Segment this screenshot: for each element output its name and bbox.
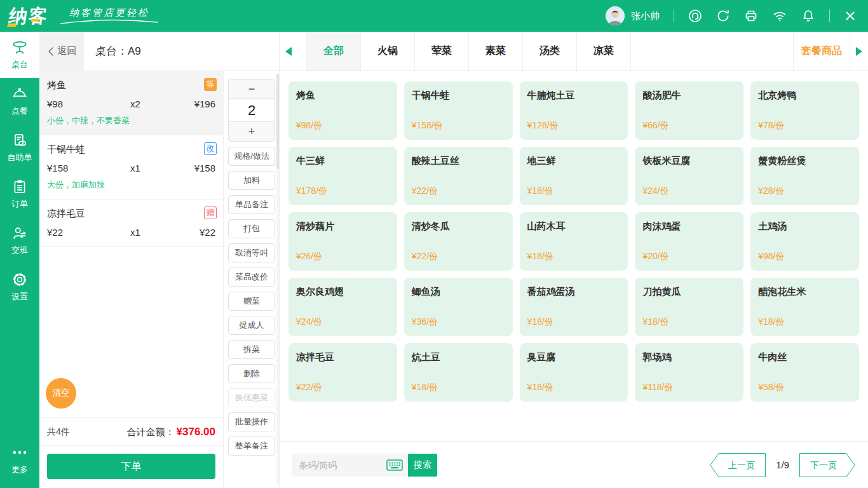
menu-item-card[interactable]: 山药木耳 ¥18/份 xyxy=(520,212,628,271)
action-button[interactable]: 加料 xyxy=(228,171,275,190)
action-button[interactable]: 删除 xyxy=(228,364,275,383)
qty-plus-button[interactable]: + xyxy=(229,122,275,141)
sidebar-item-orders[interactable]: 订单 xyxy=(0,171,39,217)
printer-icon[interactable] xyxy=(744,9,758,23)
order-item-qty: x1 xyxy=(130,227,170,238)
menu-item-card[interactable]: 奥尔良鸡翅 ¥24/份 xyxy=(288,278,397,336)
menu-item-name: 地三鲜 xyxy=(527,155,621,167)
action-button[interactable]: 提成人 xyxy=(228,316,275,335)
submit-row: 下单 xyxy=(39,445,223,488)
scrollbar[interactable] xyxy=(276,74,279,485)
sidebar-item-more[interactable]: 更多 xyxy=(0,437,39,483)
menu-item-card[interactable]: 清炒冬瓜 ¥22/份 xyxy=(404,212,513,271)
search-button[interactable]: 搜索 xyxy=(408,454,437,477)
menu-item-price: ¥24/份 xyxy=(642,186,736,197)
menu-item-name: 臭豆腐 xyxy=(527,351,621,363)
menu-item-name: 山药木耳 xyxy=(527,220,621,233)
close-icon[interactable] xyxy=(844,10,857,22)
sidebar-item-settings[interactable]: 设置 xyxy=(0,264,39,310)
topbar-right: 张小帅 xyxy=(606,6,857,25)
menu-item-card[interactable]: 炕土豆 ¥18/份 xyxy=(404,343,513,402)
menu-item-card[interactable]: 郭场鸡 ¥118/份 xyxy=(635,343,743,402)
action-button[interactable]: 单品备注 xyxy=(228,195,275,214)
order-list-icon xyxy=(11,179,28,195)
menu-item-card[interactable]: 凉拌毛豆 ¥22/份 xyxy=(288,343,397,402)
action-button[interactable]: 换优惠菜 xyxy=(228,388,275,407)
action-button[interactable]: 整单备注 xyxy=(228,437,275,456)
action-button[interactable]: 拆菜 xyxy=(228,340,275,359)
wifi-icon[interactable] xyxy=(772,9,787,23)
combo-products-tab[interactable]: 套餐商品 xyxy=(793,32,850,71)
order-item-badge: 等 xyxy=(204,78,217,91)
sidebar-item-self-order[interactable]: 自助单 xyxy=(0,125,39,171)
back-button[interactable]: 返回 xyxy=(39,32,84,71)
menu-item-card[interactable]: 烤鱼 ¥98/份 xyxy=(288,81,397,140)
menu-item-price: ¥18/份 xyxy=(527,316,621,328)
prev-page-button[interactable]: 上一页 xyxy=(710,453,766,477)
page-indicator: 1/9 xyxy=(776,459,789,470)
table-title: 桌台：A9 xyxy=(95,44,141,58)
action-button[interactable]: 打包 xyxy=(228,219,275,238)
menu-item-card[interactable]: 牛肉丝 ¥58/份 xyxy=(750,343,859,402)
menu-item-price: ¥20/份 xyxy=(642,251,736,262)
order-item-qty: x2 xyxy=(130,98,170,109)
tabs-scroll-left-button[interactable] xyxy=(280,32,297,71)
sidebar-item-shift[interactable]: 交班 xyxy=(0,217,39,264)
menu-item-card[interactable]: 醋泡花生米 ¥18/份 xyxy=(750,278,859,336)
action-button[interactable]: 批量操作 xyxy=(228,412,275,431)
scrollbar-thumb[interactable] xyxy=(276,74,279,169)
order-item-price: ¥22 xyxy=(47,227,130,238)
sidebar-item-tables[interactable]: 桌台 xyxy=(0,32,39,78)
menu-item-card[interactable]: 干锅牛蛙 ¥158/份 xyxy=(404,81,513,140)
action-button[interactable]: 规格/做法 xyxy=(228,147,275,166)
menu-item-card[interactable]: 酸辣土豆丝 ¥22/份 xyxy=(404,147,513,205)
menu-item-card[interactable]: 肉沫鸡蛋 ¥20/份 xyxy=(635,212,743,271)
barcode-search-input[interactable] xyxy=(299,460,383,470)
category-tab[interactable]: 荤菜 xyxy=(415,32,469,71)
menu-item-card[interactable]: 铁板米豆腐 ¥24/份 xyxy=(635,147,743,205)
menu-item-card[interactable]: 蟹黄粉丝煲 ¥28/份 xyxy=(750,147,859,205)
menu-item-card[interactable]: 地三鲜 ¥18/份 xyxy=(520,147,628,205)
clear-order-button[interactable]: 清空 xyxy=(46,378,76,409)
notifications-icon[interactable] xyxy=(801,9,815,23)
place-order-button[interactable]: 下单 xyxy=(47,454,215,479)
back-label: 返回 xyxy=(58,45,77,57)
menu-item-card[interactable]: 牛三鲜 ¥178/份 xyxy=(288,147,397,205)
prev-page-label: 上一页 xyxy=(728,460,755,470)
tabs-scroll-right-button[interactable] xyxy=(850,32,868,71)
action-button[interactable]: 菜品改价 xyxy=(228,268,275,287)
chevron-left-icon xyxy=(47,46,55,57)
menu-item-price: ¥22/份 xyxy=(412,186,505,197)
action-button[interactable]: 赠菜 xyxy=(228,292,275,311)
menu-item-card[interactable]: 刀拍黄瓜 ¥18/份 xyxy=(635,278,743,336)
category-tab[interactable]: 素菜 xyxy=(469,32,523,71)
next-page-button[interactable]: 下一页 xyxy=(799,453,855,477)
keyboard-icon[interactable] xyxy=(386,459,403,471)
menu-item-price: ¥178/份 xyxy=(296,186,390,197)
menu-item-card[interactable]: 臭豆腐 ¥18/份 xyxy=(520,343,628,402)
category-tab[interactable]: 全部 xyxy=(307,32,361,71)
main-body: 桌台 点餐 自助单 xyxy=(0,32,868,488)
order-item[interactable]: 凉拌毛豆 赠 ¥22 x1 ¥22 xyxy=(39,200,223,247)
menu-item-card[interactable]: 牛腩炖土豆 ¥128/份 xyxy=(520,81,628,140)
avatar[interactable] xyxy=(606,6,625,25)
menu-item-card[interactable]: 清炒藕片 ¥26/份 xyxy=(288,212,397,271)
order-item-price: ¥98 xyxy=(47,98,130,109)
order-item[interactable]: 干锅牛蛙 改 ¥158 x1 ¥158 大份，加麻加辣 xyxy=(39,135,223,200)
order-item-total: ¥158 xyxy=(170,163,215,173)
menu-item-card[interactable]: 土鸡汤 ¥98/份 xyxy=(750,212,859,271)
sidebar-item-ordering[interactable]: 点餐 xyxy=(0,78,39,125)
order-item[interactable]: 烤鱼 等 ¥98 x2 ¥196 小份，中辣，不要香菜 xyxy=(39,71,223,135)
menu-item-card[interactable]: 酸汤肥牛 ¥66/份 xyxy=(635,81,743,140)
action-button[interactable]: 取消等叫 xyxy=(228,243,275,262)
category-tab[interactable]: 火锅 xyxy=(361,32,415,71)
category-tab[interactable]: 凉菜 xyxy=(577,32,631,71)
menu-item-card[interactable]: 鲫鱼汤 ¥36/份 xyxy=(404,278,513,336)
customer-service-icon[interactable] xyxy=(688,9,702,23)
menu-item-card[interactable]: 北京烤鸭 ¥78/份 xyxy=(750,81,859,140)
menu-item-price: ¥18/份 xyxy=(527,186,621,197)
cloud-sync-icon[interactable] xyxy=(716,9,730,23)
category-tab[interactable]: 汤类 xyxy=(523,32,577,71)
menu-item-card[interactable]: 番茄鸡蛋汤 ¥18/份 xyxy=(520,278,628,336)
qty-minus-button[interactable]: − xyxy=(229,80,275,99)
